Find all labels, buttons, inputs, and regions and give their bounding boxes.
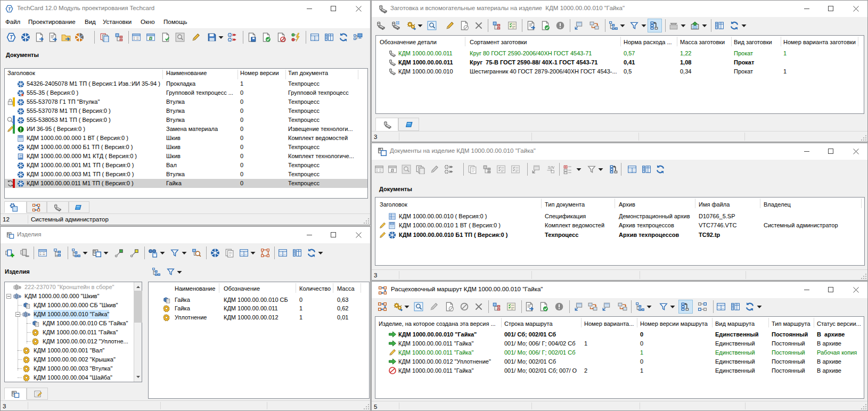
svg-text:T: T: [10, 35, 13, 40]
svg-text:B: B: [391, 168, 395, 173]
svg-text:T: T: [8, 6, 11, 12]
svg-text:B: B: [149, 36, 153, 41]
